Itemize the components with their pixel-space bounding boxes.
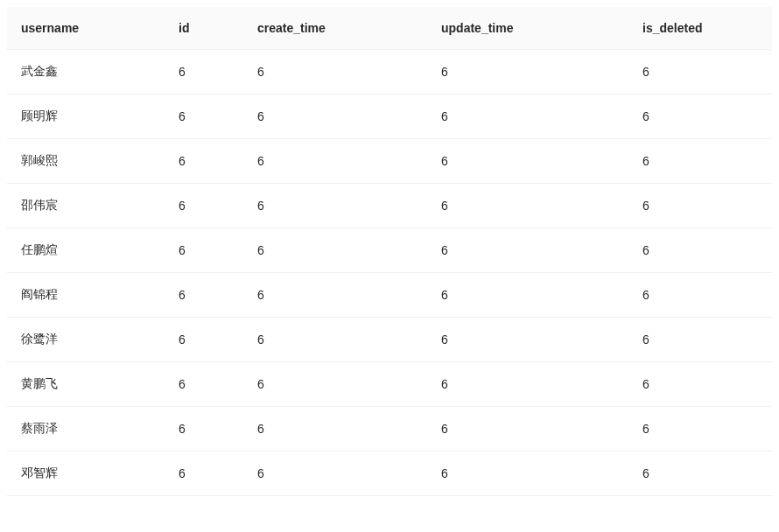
cell-is-deleted: 6 [628, 407, 772, 452]
cell-create-time: 6 [243, 407, 427, 452]
table-row[interactable]: 郭峻熙 6 6 6 6 [7, 139, 772, 184]
cell-is-deleted: 6 [628, 318, 772, 362]
cell-username: 邓智辉 [7, 452, 165, 496]
cell-is-deleted: 6 [628, 94, 772, 139]
cell-id: 6 [165, 362, 243, 407]
cell-create-time: 6 [243, 50, 427, 94]
cell-create-time: 6 [243, 318, 427, 362]
cell-username: 蔡雨泽 [7, 407, 165, 452]
cell-create-time: 6 [243, 184, 427, 228]
cell-username: 黄鹏飞 [7, 362, 165, 407]
cell-id: 6 [165, 139, 243, 184]
cell-id: 6 [165, 273, 243, 318]
table-row[interactable]: 邵伟宸 6 6 6 6 [7, 184, 772, 228]
cell-is-deleted: 6 [628, 139, 772, 184]
cell-id: 6 [165, 318, 243, 362]
column-header-is-deleted[interactable]: is_deleted [628, 7, 772, 50]
cell-username: 任鹏煊 [7, 228, 165, 273]
cell-is-deleted: 6 [628, 228, 772, 273]
table-body: 武金鑫 6 6 6 6 顾明辉 6 6 6 6 郭峻熙 6 6 6 6 邵伟 [7, 50, 772, 496]
cell-is-deleted: 6 [628, 273, 772, 318]
cell-update-time: 6 [427, 273, 628, 318]
table-row[interactable]: 武金鑫 6 6 6 6 [7, 50, 772, 94]
column-header-id[interactable]: id [165, 7, 243, 50]
table-header-row: username id create_time update_time is_d… [7, 7, 772, 50]
cell-is-deleted: 6 [628, 452, 772, 496]
cell-update-time: 6 [427, 407, 628, 452]
cell-update-time: 6 [427, 94, 628, 139]
cell-id: 6 [165, 50, 243, 94]
cell-is-deleted: 6 [628, 184, 772, 228]
cell-update-time: 6 [427, 362, 628, 407]
cell-create-time: 6 [243, 94, 427, 139]
data-table: username id create_time update_time is_d… [7, 7, 772, 496]
cell-username: 徐鹭洋 [7, 318, 165, 362]
table-row[interactable]: 任鹏煊 6 6 6 6 [7, 228, 772, 273]
table-header: username id create_time update_time is_d… [7, 7, 772, 50]
table-row[interactable]: 顾明辉 6 6 6 6 [7, 94, 772, 139]
cell-username: 阎锦程 [7, 273, 165, 318]
cell-is-deleted: 6 [628, 362, 772, 407]
column-header-username[interactable]: username [7, 7, 165, 50]
cell-update-time: 6 [427, 318, 628, 362]
table-row[interactable]: 邓智辉 6 6 6 6 [7, 452, 772, 496]
cell-username: 顾明辉 [7, 94, 165, 139]
cell-username: 武金鑫 [7, 50, 165, 94]
cell-update-time: 6 [427, 184, 628, 228]
cell-create-time: 6 [243, 273, 427, 318]
table-row[interactable]: 黄鹏飞 6 6 6 6 [7, 362, 772, 407]
cell-update-time: 6 [427, 139, 628, 184]
cell-update-time: 6 [427, 50, 628, 94]
table-row[interactable]: 蔡雨泽 6 6 6 6 [7, 407, 772, 452]
cell-id: 6 [165, 407, 243, 452]
cell-create-time: 6 [243, 452, 427, 496]
data-table-container: username id create_time update_time is_d… [7, 7, 772, 496]
column-header-create-time[interactable]: create_time [243, 7, 427, 50]
cell-id: 6 [165, 452, 243, 496]
cell-update-time: 6 [427, 452, 628, 496]
cell-update-time: 6 [427, 228, 628, 273]
cell-create-time: 6 [243, 362, 427, 407]
cell-username: 郭峻熙 [7, 139, 165, 184]
cell-create-time: 6 [243, 139, 427, 184]
cell-id: 6 [165, 184, 243, 228]
cell-id: 6 [165, 228, 243, 273]
table-row[interactable]: 阎锦程 6 6 6 6 [7, 273, 772, 318]
cell-create-time: 6 [243, 228, 427, 273]
table-row[interactable]: 徐鹭洋 6 6 6 6 [7, 318, 772, 362]
column-header-update-time[interactable]: update_time [427, 7, 628, 50]
cell-id: 6 [165, 94, 243, 139]
cell-is-deleted: 6 [628, 50, 772, 94]
cell-username: 邵伟宸 [7, 184, 165, 228]
